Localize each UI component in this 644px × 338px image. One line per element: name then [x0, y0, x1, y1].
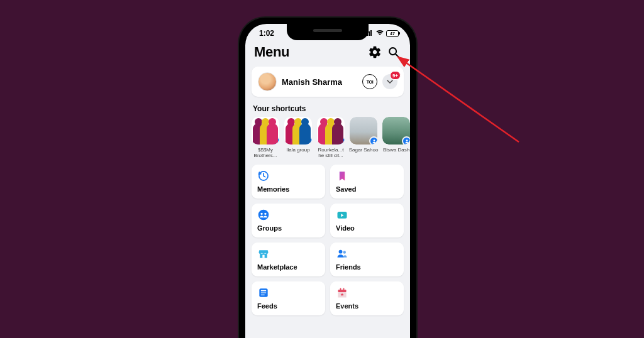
- svg-point-21: [343, 251, 347, 254]
- tile-feeds[interactable]: Feeds: [252, 281, 325, 315]
- tile-saved[interactable]: Saved: [330, 165, 404, 199]
- svg-rect-24: [261, 292, 266, 293]
- saved-icon: [336, 170, 348, 182]
- marketplace-icon: [257, 248, 270, 260]
- svg-point-20: [339, 250, 343, 254]
- profile-card[interactable]: Manish Sharma TOI 9+: [252, 67, 404, 97]
- tile-video[interactable]: Video: [330, 204, 404, 237]
- search-icon: [387, 45, 401, 59]
- gear-icon: [368, 45, 382, 59]
- battery-indicator: 47: [386, 30, 399, 37]
- avatar: [258, 72, 277, 91]
- shortcut-item[interactable]: Sagar Sahoo: [348, 117, 379, 158]
- friends-icon: [336, 248, 348, 260]
- svg-rect-23: [261, 290, 266, 292]
- svg-point-15: [258, 210, 269, 221]
- notch: [287, 24, 369, 40]
- shortcut-item[interactable]: Biswa Dash: [381, 117, 410, 158]
- profile-name: Manish Sharma: [282, 77, 357, 87]
- svg-point-4: [389, 48, 396, 55]
- notification-badge: 9+: [390, 71, 401, 80]
- shortcut-item[interactable]: Rourkela...t he still cit...: [316, 117, 346, 158]
- svg-point-12: [373, 139, 375, 141]
- settings-button[interactable]: [367, 45, 382, 60]
- svg-rect-25: [261, 295, 265, 296]
- shortcut-item[interactable]: Ilala group: [283, 117, 313, 158]
- tile-events[interactable]: Events: [330, 281, 404, 315]
- tile-marketplace[interactable]: Marketplace: [252, 243, 325, 276]
- svg-rect-3: [370, 30, 372, 36]
- feeds-icon: [257, 286, 270, 299]
- svg-point-17: [264, 213, 266, 215]
- svg-line-5: [396, 54, 399, 57]
- menu-tiles: Memories Saved Groups Video: [245, 158, 410, 322]
- memories-icon: [257, 170, 270, 182]
- svg-rect-19: [262, 255, 264, 258]
- svg-point-13: [406, 139, 408, 141]
- svg-point-16: [260, 213, 262, 215]
- wifi-icon: [375, 30, 384, 37]
- header: Menu: [245, 40, 410, 67]
- friend-icon: [369, 136, 377, 144]
- svg-rect-29: [340, 288, 341, 291]
- shortcut-item[interactable]: $$$My Brothers...: [250, 117, 280, 158]
- screen: 1:02 47 Menu: [245, 24, 410, 338]
- accounts-switch-button[interactable]: 9+: [382, 74, 397, 89]
- tile-friends[interactable]: Friends: [330, 243, 404, 276]
- shortcuts-title: Your shortcuts: [245, 97, 410, 117]
- video-icon: [336, 209, 348, 221]
- meta-avatar-icon[interactable]: TOI: [362, 74, 377, 89]
- svg-line-31: [404, 62, 519, 142]
- status-time: 1:02: [259, 29, 274, 38]
- page-title: Menu: [254, 44, 289, 60]
- svg-rect-2: [369, 31, 370, 36]
- shortcuts-row[interactable]: $$$My Brothers... Ilala group Rourkela..…: [245, 117, 410, 158]
- tile-memories[interactable]: Memories: [252, 165, 325, 199]
- search-button[interactable]: [386, 45, 401, 60]
- tile-groups[interactable]: Groups: [252, 204, 325, 237]
- groups-icon: [257, 209, 270, 221]
- svg-rect-30: [343, 288, 345, 291]
- phone-frame: 1:02 47 Menu: [239, 18, 416, 338]
- friend-icon: [402, 136, 410, 144]
- events-icon: [336, 286, 348, 299]
- svg-rect-27: [338, 290, 346, 292]
